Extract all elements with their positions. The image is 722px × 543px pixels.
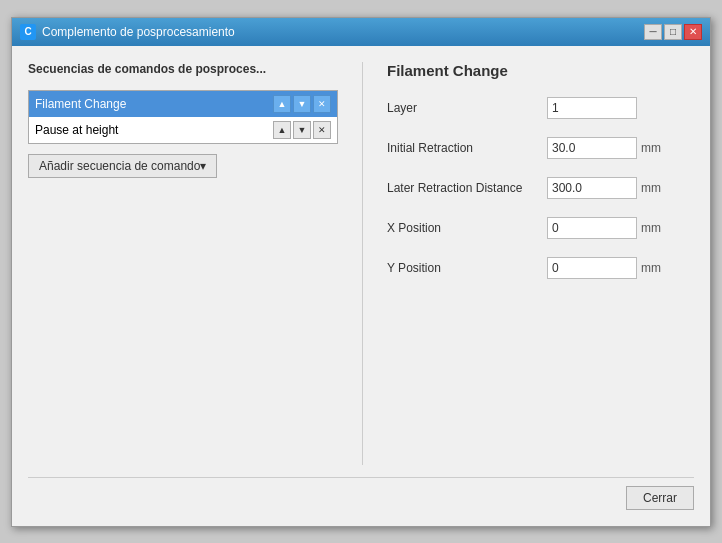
left-panel: Secuencias de comandos de posproces... F…: [28, 62, 338, 465]
sequence-list: Filament Change ▲ ▼ ✕ Pause at height ▲ …: [28, 90, 338, 144]
sequence-item-controls: ▲ ▼ ✕: [273, 95, 331, 113]
initial-retraction-label: Initial Retraction: [387, 141, 547, 155]
title-bar-left: C Complemento de posprocesamiento: [20, 24, 235, 40]
later-retraction-input-wrap: mm: [547, 177, 666, 199]
app-icon: C: [20, 24, 36, 40]
sequence-item-label-pause: Pause at height: [35, 123, 273, 137]
layer-input[interactable]: [547, 97, 637, 119]
layer-label: Layer: [387, 101, 547, 115]
add-sequence-button[interactable]: Añadir secuencia de comando▾: [28, 154, 217, 178]
sequence-item-filament-change[interactable]: Filament Change ▲ ▼ ✕: [29, 91, 337, 117]
y-position-input[interactable]: [547, 257, 637, 279]
title-bar: C Complemento de posprocesamiento ─ □ ✕: [12, 18, 710, 46]
field-row-y-position: Y Position mm: [387, 257, 694, 279]
remove-button-filament[interactable]: ✕: [313, 95, 331, 113]
sequence-item-controls-pause: ▲ ▼ ✕: [273, 121, 331, 139]
later-retraction-input[interactable]: [547, 177, 637, 199]
cerrar-button[interactable]: Cerrar: [626, 486, 694, 510]
field-row-initial-retraction: Initial Retraction mm: [387, 137, 694, 159]
minimize-button[interactable]: ─: [644, 24, 662, 40]
close-window-button[interactable]: ✕: [684, 24, 702, 40]
left-panel-title: Secuencias de comandos de posproces...: [28, 62, 338, 76]
move-down-button-filament[interactable]: ▼: [293, 95, 311, 113]
x-position-input[interactable]: [547, 217, 637, 239]
remove-button-pause[interactable]: ✕: [313, 121, 331, 139]
y-position-input-wrap: mm: [547, 257, 666, 279]
x-position-unit: mm: [641, 221, 666, 235]
vertical-divider: [362, 62, 363, 465]
move-down-button-pause[interactable]: ▼: [293, 121, 311, 139]
right-panel-title: Filament Change: [387, 62, 694, 79]
maximize-button[interactable]: □: [664, 24, 682, 40]
sequence-item-label: Filament Change: [35, 97, 273, 111]
initial-retraction-input[interactable]: [547, 137, 637, 159]
y-position-unit: mm: [641, 261, 666, 275]
later-retraction-unit: mm: [641, 181, 666, 195]
move-up-button-pause[interactable]: ▲: [273, 121, 291, 139]
initial-retraction-unit: mm: [641, 141, 666, 155]
y-position-label: Y Position: [387, 261, 547, 275]
main-window: C Complemento de posprocesamiento ─ □ ✕ …: [11, 17, 711, 527]
layer-input-wrap: [547, 97, 666, 119]
field-row-x-position: X Position mm: [387, 217, 694, 239]
move-up-button-filament[interactable]: ▲: [273, 95, 291, 113]
later-retraction-label: Later Retraction Distance: [387, 181, 547, 195]
field-row-later-retraction: Later Retraction Distance mm: [387, 177, 694, 199]
initial-retraction-input-wrap: mm: [547, 137, 666, 159]
right-panel: Filament Change Layer Initial Retraction…: [387, 62, 694, 465]
footer: Cerrar: [28, 477, 694, 510]
field-row-layer: Layer: [387, 97, 694, 119]
window-controls: ─ □ ✕: [644, 24, 702, 40]
window-title: Complemento de posprocesamiento: [42, 25, 235, 39]
x-position-input-wrap: mm: [547, 217, 666, 239]
x-position-label: X Position: [387, 221, 547, 235]
main-content: Secuencias de comandos de posproces... F…: [28, 62, 694, 465]
sequence-item-pause-at-height[interactable]: Pause at height ▲ ▼ ✕: [29, 117, 337, 143]
window-body: Secuencias de comandos de posproces... F…: [12, 46, 710, 526]
